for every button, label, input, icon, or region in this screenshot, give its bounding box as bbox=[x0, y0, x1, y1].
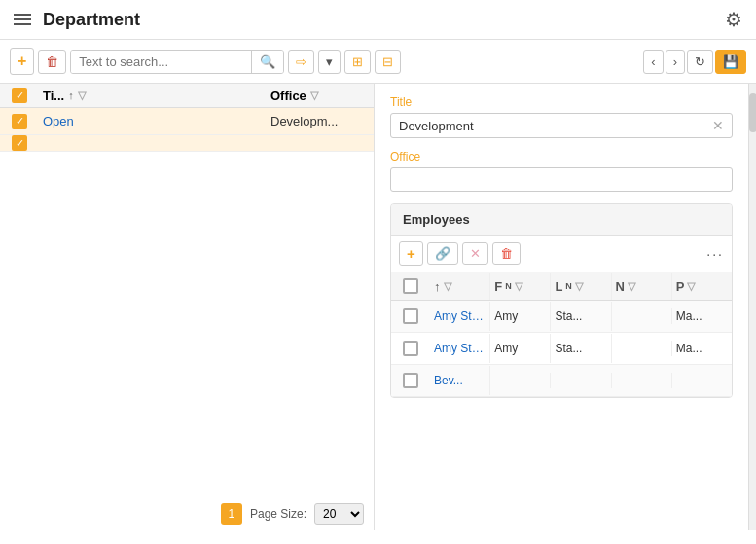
current-page[interactable]: 1 bbox=[221, 503, 242, 525]
title-input[interactable] bbox=[399, 119, 712, 133]
export-dropdown-button[interactable]: ▾ bbox=[318, 50, 341, 74]
search-input[interactable] bbox=[71, 51, 251, 73]
emp-mn-filter-icon[interactable]: ▽ bbox=[628, 280, 635, 293]
list-item: Bev... bbox=[391, 365, 732, 397]
emp-row1-checkbox[interactable] bbox=[403, 308, 418, 324]
emp-col-fn-header: F N ▽ bbox=[490, 273, 551, 300]
sort-button[interactable]: ⊟ bbox=[375, 50, 401, 74]
left-panel: ✓ Ti... ↑ ▽ Office ▽ ✓ Open Developm... … bbox=[0, 84, 375, 530]
hamburger-icon[interactable] bbox=[14, 14, 31, 25]
emp-row3-first bbox=[490, 373, 551, 388]
emp-row2-first: Amy bbox=[490, 334, 551, 363]
search-button[interactable]: 🔍 bbox=[251, 51, 283, 73]
emp-row2-checkbox[interactable] bbox=[403, 341, 418, 356]
title-filter-icon[interactable]: ▽ bbox=[78, 90, 86, 102]
header-check-col: ✓ bbox=[0, 88, 39, 103]
row-check-2: ✓ bbox=[0, 135, 39, 151]
emp-row1-mid bbox=[612, 308, 672, 324]
table-row: ✓ bbox=[0, 135, 374, 152]
office-input-wrapper bbox=[390, 167, 733, 192]
office-input[interactable] bbox=[399, 172, 724, 187]
emp-row3-p bbox=[672, 373, 732, 388]
scrollbar-thumb[interactable] bbox=[749, 93, 756, 132]
office-filter-icon[interactable]: ▽ bbox=[310, 90, 318, 102]
emp-row1-p: Ma... bbox=[672, 302, 732, 331]
title-input-wrapper: ✕ bbox=[390, 113, 733, 138]
emp-col-mn-header: N ▽ bbox=[612, 273, 672, 300]
main-toolbar: + 🗑 🔍 ⇨ ▾ ⊞ ⊟ ‹ › ↻ 💾 bbox=[0, 40, 756, 84]
office-label: Office bbox=[390, 150, 733, 163]
emp-row1-first: Amy bbox=[490, 302, 551, 331]
list-item: Amy Sta... Amy Sta... Ma... bbox=[391, 333, 732, 365]
emp-ln-filter-icon[interactable]: ▽ bbox=[575, 280, 583, 293]
table-row: ✓ Open Developm... bbox=[0, 108, 374, 135]
emp-row1-check bbox=[391, 301, 430, 332]
col-title-header: Ti... ↑ ▽ bbox=[39, 89, 267, 103]
page-size-label: Page Size: bbox=[250, 507, 306, 521]
title-clear-icon[interactable]: ✕ bbox=[712, 118, 724, 133]
title-label: Title bbox=[390, 95, 733, 109]
main-content: ✓ Ti... ↑ ▽ Office ▽ ✓ Open Developm... … bbox=[0, 84, 756, 530]
emp-row1-full[interactable]: Amy Sta... bbox=[430, 302, 490, 331]
search-box: 🔍 bbox=[70, 50, 284, 74]
emp-row3-last bbox=[551, 373, 611, 388]
app-title: Department bbox=[43, 10, 140, 30]
row-check-1: ✓ bbox=[0, 114, 39, 129]
emp-add-button[interactable]: + bbox=[399, 241, 423, 266]
emp-header-check bbox=[391, 272, 430, 300]
emp-row3-full[interactable]: Bev... bbox=[430, 366, 490, 395]
emp-col-arrow-header: ↑ ▽ bbox=[430, 273, 490, 300]
export-button[interactable]: ⇨ bbox=[288, 50, 314, 74]
row-title-1[interactable]: Open bbox=[39, 108, 267, 134]
emp-more-button[interactable]: ··· bbox=[706, 246, 724, 262]
right-panel: Title ✕ Office Employees + 🔗 bbox=[375, 84, 748, 530]
emp-select-all-checkbox[interactable] bbox=[403, 278, 418, 294]
list-item: Amy Sta... Amy Sta... Ma... bbox=[391, 301, 732, 333]
row-checkbox-2[interactable]: ✓ bbox=[12, 135, 27, 151]
emp-row2-check bbox=[391, 333, 430, 364]
employees-toolbar: + 🔗 ✕ 🗑 ··· bbox=[391, 236, 732, 272]
row-title-2 bbox=[39, 137, 267, 149]
emp-row3-checkbox[interactable] bbox=[403, 373, 418, 388]
employees-header: Employees bbox=[391, 204, 732, 236]
delete-button[interactable]: 🗑 bbox=[38, 50, 66, 74]
emp-row3-mid bbox=[612, 373, 672, 388]
header-left: Department bbox=[14, 10, 140, 30]
row-checkbox-1[interactable]: ✓ bbox=[12, 114, 27, 129]
employees-grid-header: ↑ ▽ F N ▽ L N ▽ N ▽ bbox=[391, 272, 732, 301]
col-office-header: Office ▽ bbox=[267, 89, 374, 103]
emp-row2-p: Ma... bbox=[672, 334, 732, 363]
employees-section: Employees + 🔗 ✕ 🗑 ··· ↑ ▽ bbox=[390, 203, 733, 398]
app-header: Department ⚙ bbox=[0, 0, 756, 40]
select-all-checkbox[interactable]: ✓ bbox=[12, 88, 27, 103]
emp-p-filter-icon[interactable]: ▽ bbox=[687, 280, 695, 293]
title-field-group: Title ✕ bbox=[390, 95, 733, 138]
scrollbar-track[interactable] bbox=[748, 84, 756, 530]
add-button[interactable]: + bbox=[10, 48, 34, 75]
sort-asc-icon[interactable]: ↑ bbox=[68, 90, 74, 101]
emp-row2-last: Sta... bbox=[551, 334, 611, 363]
emp-unlink-button[interactable]: ✕ bbox=[462, 242, 488, 265]
emp-link-button[interactable]: 🔗 bbox=[427, 242, 458, 265]
save-button[interactable]: 💾 bbox=[715, 50, 746, 74]
emp-fn-filter-icon[interactable]: ▽ bbox=[515, 280, 522, 293]
grid-header: ✓ Ti... ↑ ▽ Office ▽ bbox=[0, 84, 374, 108]
page-size-select[interactable]: 10 20 50 100 bbox=[314, 503, 364, 525]
emp-row1-last: Sta... bbox=[551, 302, 611, 331]
settings-icon[interactable]: ⚙ bbox=[725, 8, 742, 31]
emp-row2-full[interactable]: Amy Sta... bbox=[430, 334, 490, 363]
pagination-bar: 1 Page Size: 10 20 50 100 bbox=[0, 497, 374, 530]
nav-next-button[interactable]: › bbox=[666, 50, 685, 74]
columns-button[interactable]: ⊞ bbox=[344, 50, 371, 74]
emp-col-ln-header: L N ▽ bbox=[551, 273, 611, 300]
emp-delete-button[interactable]: 🗑 bbox=[492, 242, 521, 265]
refresh-button[interactable]: ↻ bbox=[687, 50, 713, 74]
emp-row3-check bbox=[391, 365, 430, 396]
office-field-group: Office bbox=[390, 150, 733, 192]
nav-prev-button[interactable]: ‹ bbox=[643, 50, 663, 74]
emp-col-p-header: P ▽ bbox=[672, 273, 732, 300]
nav-buttons: ‹ › ↻ 💾 bbox=[643, 50, 746, 74]
emp-arrow-filter-icon[interactable]: ▽ bbox=[444, 280, 451, 293]
row-office-2 bbox=[267, 137, 374, 149]
row-office-1: Developm... bbox=[267, 108, 374, 134]
